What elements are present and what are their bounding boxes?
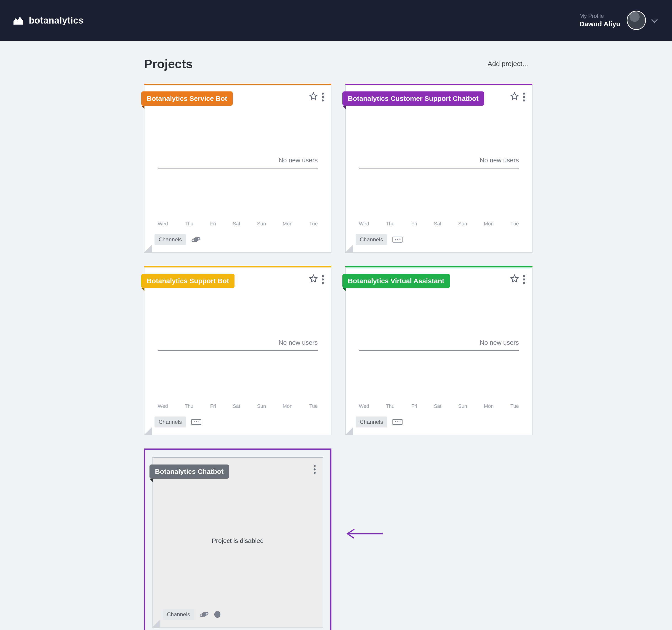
card-actions [309,274,324,285]
axis-tick: Mon [484,403,494,409]
axis-tick: Mon [283,221,293,227]
axis-tick: Sat [233,221,240,227]
corner-fold-icon [345,245,353,253]
project-tag: Botanalytics Service Bot [141,92,233,105]
axis-tick: Thu [185,221,193,227]
no-users-label: No new users [359,156,519,168]
profile-text: My Profile Dawud Aliyu [579,13,620,28]
page-body: Projects Add project... Botanalytics Ser… [135,41,537,630]
projects-grid: Botanalytics Service Bot No new users We… [135,84,537,630]
card-actions [314,465,316,474]
star-icon[interactable] [309,92,318,102]
corner-fold-icon [144,245,152,253]
project-name: Botanalytics Service Bot [147,95,227,102]
add-project-button[interactable]: Add project... [487,60,528,68]
project-card[interactable]: Botanalytics Virtual Assistant No new us… [345,266,533,435]
channel-icons [191,419,201,425]
card-actions [510,274,525,285]
project-tag: Botanalytics Chatbot [149,464,229,479]
project-card[interactable]: Botanalytics Customer Support Chatbot No… [345,84,533,253]
axis-tick: Sun [257,221,266,227]
chart-area: No new users [154,287,321,403]
star-icon[interactable] [510,274,519,285]
no-users-label: No new users [359,339,519,351]
axis-tick: Tue [309,221,318,227]
chart-area: No new users [356,287,522,403]
star-icon[interactable] [510,92,519,102]
project-name: Botanalytics Customer Support Chatbot [348,95,479,102]
kebab-icon[interactable] [322,93,324,101]
channels-chip[interactable]: Channels [356,234,387,245]
card-footer: Channels [154,416,321,428]
channels-chip[interactable]: Channels [154,234,186,245]
kebab-icon[interactable] [314,465,316,474]
channel-icons [191,235,200,244]
chart-axis: WedThuFriSatSunMonTue [158,221,318,229]
card-footer: Channels [154,234,321,245]
chart-area: No new users [356,104,522,221]
chevron-down-icon[interactable] [652,17,658,23]
axis-tick: Mon [283,403,293,409]
page-title: Projects [144,57,193,71]
profile-name: Dawud Aliyu [579,20,620,28]
kebab-icon[interactable] [322,275,324,284]
keyboard-icon [392,237,403,243]
channels-chip[interactable]: Channels [356,416,387,428]
channels-chip[interactable]: Channels [154,416,186,428]
kebab-icon[interactable] [523,93,525,101]
axis-tick: Tue [510,403,519,409]
chart-axis: WedThuFriSatSunMonTue [359,403,519,412]
chart-area: Project is disabled [163,477,313,604]
axis-tick: Wed [359,403,369,409]
axis-tick: Sun [458,403,467,409]
project-card[interactable]: Botanalytics Service Bot No new users We… [144,84,331,253]
star-icon[interactable] [309,274,318,285]
axis-tick: Tue [510,221,519,227]
project-tag: Botanalytics Support Bot [141,274,235,288]
axis-tick: Sun [257,403,266,409]
chart-axis: WedThuFriSatSunMonTue [359,221,519,229]
corner-fold-icon [345,428,353,435]
axis-tick: Wed [158,403,168,409]
card-actions [510,92,525,102]
annotation-arrow [345,528,384,539]
axis-tick: Fri [411,221,417,227]
channel-icons [392,237,403,243]
corner-fold-icon [144,428,152,435]
keyboard-icon [191,419,201,425]
chart-axis: WedThuFriSatSunMonTue [158,403,318,412]
card-footer: Channels [356,234,522,245]
brand-text: botanalytics [29,15,83,26]
kebab-icon[interactable] [523,275,525,284]
chart-area: No new users [154,104,321,221]
project-name: Botanalytics Chatbot [155,468,223,475]
axis-tick: Mon [484,221,494,227]
project-card[interactable]: Botanalytics Chatbot Project is disabled… [152,457,323,628]
axis-tick: Wed [359,221,369,227]
no-users-label: No new users [158,156,318,168]
project-name: Botanalytics Virtual Assistant [348,277,445,285]
axis-tick: Sun [458,221,467,227]
planet-icon [191,235,200,244]
profile-label: My Profile [579,13,620,19]
channel-icons [392,419,403,425]
brand-logo[interactable]: botanalytics [12,14,83,27]
project-card[interactable]: Botanalytics Support Bot No new users We… [144,266,331,435]
project-name: Botanalytics Support Bot [147,277,229,285]
card-actions [309,92,324,102]
app-header: botanalytics My Profile Dawud Aliyu [0,0,672,41]
avatar[interactable] [627,11,646,30]
channel-icons [199,610,222,619]
axis-tick: Sat [233,403,240,409]
channels-chip[interactable]: Channels [163,609,194,620]
axis-tick: Thu [185,403,193,409]
keyboard-icon [392,419,403,425]
highlighted-card-frame: Botanalytics Chatbot Project is disabled… [144,449,331,630]
axis-tick: Thu [386,403,394,409]
project-tag: Botanalytics Customer Support Chatbot [342,92,484,105]
card-footer: Channels [163,609,313,620]
axis-tick: Tue [309,403,318,409]
axis-tick: Thu [386,221,394,227]
page-head: Projects Add project... [135,57,537,71]
profile-menu[interactable]: My Profile Dawud Aliyu [579,11,658,30]
